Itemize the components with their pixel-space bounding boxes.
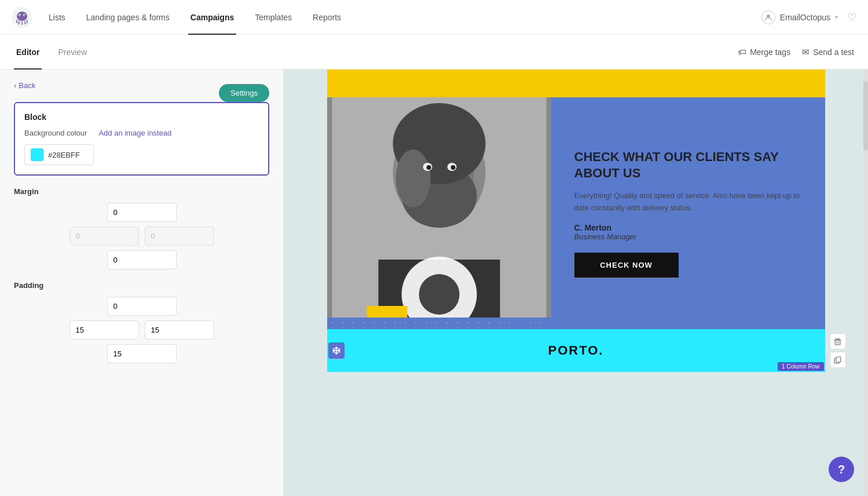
back-icon: ‹ [14,81,16,90]
delete-row-button[interactable] [830,333,846,349]
scrollbar-thumb[interactable] [863,81,868,151]
nav-right: EmailOctopus ▾ ♡ [761,10,856,24]
check-now-button[interactable]: CHECK NOW [574,253,679,278]
merge-tags-label: Merge tags [750,48,790,57]
sidebar-panel: ‹ Back Settings Block Background colour … [0,70,284,496]
svg-point-12 [395,149,430,207]
padding-side-row: ▲ ▼ ▲ ▼ [14,320,269,340]
sidebar-header: ‹ Back Settings [14,81,269,102]
portrait-placeholder [327,97,551,318]
svg-rect-23 [835,340,840,345]
row-badge: 1 Column Row [778,362,824,371]
bg-colour-label: Background colour [24,129,87,137]
merge-tags-button[interactable]: 🏷 Merge tags [738,47,790,57]
padding-right-input[interactable] [145,321,214,339]
padding-section: Padding ▲ ▼ ▲ [14,281,269,363]
send-test-button[interactable]: ✉ Send a test [802,47,854,57]
margin-right-input[interactable] [145,227,214,245]
nav-item-templates[interactable]: Templates [252,0,294,35]
help-button[interactable]: ? [829,457,854,482]
margin-left-input[interactable] [70,227,139,245]
toolbar-tabs: Editor Preview [14,35,738,70]
mail-icon: ✉ [802,47,810,57]
app-logo[interactable] [12,7,32,28]
email-footer-section: PORTO. [327,329,825,372]
padding-left-input[interactable] [70,321,139,339]
trash-icon [834,338,841,345]
svg-point-1 [17,12,27,21]
padding-bottom-row: ▲ ▼ [14,344,269,363]
scrollbar-track [863,70,868,496]
padding-top-input[interactable] [108,297,177,315]
email-text-col: CHECK WHAT OUR CLIENTS SAY ABOUT US Ever… [551,97,825,329]
color-input-field[interactable]: #28EBFF [24,144,94,165]
email-canvas: CHECK WHAT OUR CLIENTS SAY ABOUT US Ever… [284,70,868,496]
margin-bottom-row: ▲ ▼ [14,250,269,269]
margin-bottom-input[interactable] [108,251,177,269]
nav-items: Lists Landing pages & forms Campaigns Te… [46,0,761,35]
margin-inputs: ▲ ▼ ▲ ▼ [14,203,269,269]
main-content: ‹ Back Settings Block Background colour … [0,70,868,496]
move-icon [332,347,340,355]
block-section-card: Block Background colour Add an image ins… [14,102,269,176]
padding-left-input-wrapper: ▲ ▼ [69,320,139,340]
svg-point-6 [767,14,770,18]
margin-right-input-wrapper: ▲ ▼ [145,227,214,246]
account-menu[interactable]: EmailOctopus ▾ [761,10,838,24]
send-test-label: Send a test [813,48,854,57]
margin-top-input[interactable] [108,203,177,221]
portrait-svg [327,97,551,318]
svg-point-15 [426,165,431,170]
margin-top-input-wrapper: ▲ ▼ [107,203,177,222]
top-navigation: Lists Landing pages & forms Campaigns Te… [0,0,868,35]
account-icon [761,10,775,24]
nav-item-campaigns[interactable]: Campaigns [188,0,236,35]
account-chevron-icon: ▾ [835,14,838,20]
email-author: C. Merton [574,223,802,232]
padding-right-input-wrapper: ▲ ▼ [145,320,214,340]
email-yellow-bar [327,70,825,97]
email-role: Business Manager [574,232,802,241]
bg-colour-field-row: Background colour Add an image instead [24,129,259,137]
padding-label: Padding [14,281,269,290]
tab-preview[interactable]: Preview [56,35,89,70]
svg-rect-22 [836,338,840,339]
color-swatch [31,148,43,161]
duplicate-row-button[interactable] [830,352,846,368]
padding-top-input-wrapper: ▲ ▼ [107,297,177,316]
porto-logo: PORTO. [341,343,811,358]
toolbar-actions: 🏷 Merge tags ✉ Send a test [738,47,854,57]
tab-editor[interactable]: Editor [14,35,42,70]
nav-item-landing-pages[interactable]: Landing pages & forms [84,0,172,35]
add-image-link[interactable]: Add an image instead [98,129,171,137]
margin-top-row: ▲ ▼ [14,203,269,222]
margin-side-row: ▲ ▼ ▲ ▼ [14,227,269,246]
svg-point-19 [419,274,459,315]
padding-bottom-input[interactable] [108,345,177,363]
nav-item-reports[interactable]: Reports [310,0,343,35]
email-testimonial-section: CHECK WHAT OUR CLIENTS SAY ABOUT US Ever… [327,97,825,329]
svg-rect-20 [367,306,407,318]
padding-inputs: ▲ ▼ ▲ ▼ [14,297,269,363]
block-section-title: Block [24,112,259,122]
heart-icon[interactable]: ♡ [847,11,856,24]
settings-button[interactable]: Settings [219,84,269,102]
padding-bottom-input-wrapper: ▲ ▼ [107,344,177,363]
email-body-text: Everything! Quality and speed of service… [574,190,802,214]
svg-point-5 [24,14,25,16]
move-handle[interactable] [328,342,345,359]
svg-rect-27 [836,357,841,362]
nav-item-lists[interactable]: Lists [46,0,68,35]
color-value: #28EBFF [48,151,80,159]
svg-point-16 [451,165,455,170]
email-portrait-col [327,97,551,329]
svg-point-4 [20,14,21,16]
margin-left-input-wrapper: ▲ ▼ [69,227,139,246]
back-label: Back [19,81,35,90]
account-name: EmailOctopus [780,13,830,22]
toolbar: Editor Preview 🏷 Merge tags ✉ Send a tes… [0,35,868,70]
margin-section: Margin ▲ ▼ ▲ [14,187,269,269]
duplicate-icon [834,356,841,364]
canvas-scroll: CHECK WHAT OUR CLIENTS SAY ABOUT US Ever… [284,70,868,496]
email-frame: CHECK WHAT OUR CLIENTS SAY ABOUT US Ever… [327,70,825,446]
